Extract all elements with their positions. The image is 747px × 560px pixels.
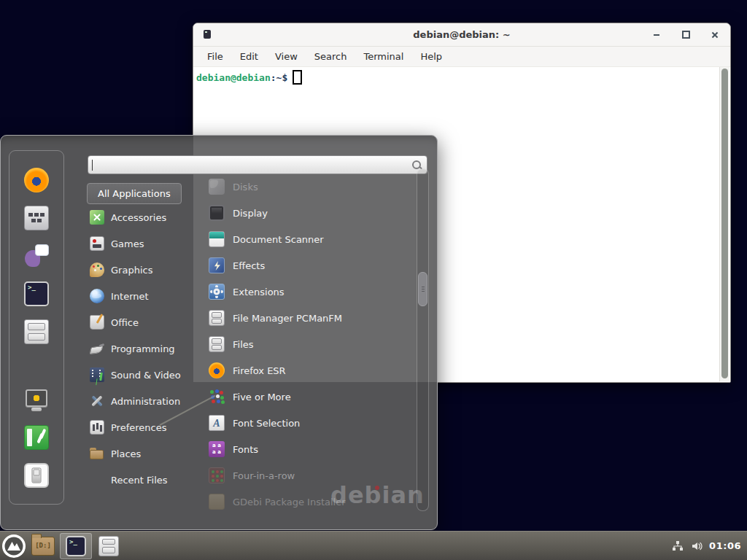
search-input[interactable] <box>88 156 411 174</box>
terminal-task-button[interactable] <box>60 533 92 559</box>
terminal-dark-icon <box>24 281 49 306</box>
favorite-package-manager[interactable] <box>24 199 49 237</box>
category-preferences[interactable]: Preferences <box>87 414 204 440</box>
packages-icon <box>24 206 49 230</box>
app-font-selection[interactable]: Font Selection <box>205 410 418 436</box>
favorite-shutdown[interactable] <box>24 456 49 494</box>
prompt-user: debian@debian <box>196 72 271 83</box>
app-fonts[interactable]: Fonts <box>205 436 418 462</box>
effects-icon <box>209 257 225 273</box>
favorite-lock-screen[interactable] <box>24 381 49 419</box>
category-programming[interactable]: Programming <box>87 335 204 362</box>
app-five-or-more[interactable]: Five or More <box>205 384 418 410</box>
disks-icon <box>209 179 225 195</box>
menu-button[interactable] <box>0 532 28 560</box>
minimize-button[interactable] <box>650 28 663 42</box>
favorite-terminal[interactable] <box>24 275 49 313</box>
terminal-cursor <box>293 70 302 85</box>
app-document-scanner[interactable]: Document Scanner <box>205 226 418 252</box>
programming-icon <box>90 341 104 356</box>
logout-icon <box>24 425 49 450</box>
menu-button-icon <box>1 534 26 559</box>
favorite-logout[interactable] <box>24 419 49 456</box>
terminal-scrollbar[interactable] <box>719 67 729 381</box>
administration-icon <box>90 394 104 408</box>
favorites-panel <box>9 150 64 505</box>
category-internet[interactable]: Internet <box>87 283 204 309</box>
volume-icon[interactable] <box>690 540 703 553</box>
close-button[interactable] <box>708 28 721 42</box>
app-file-manager-pcmanfm[interactable]: File Manager PCManFM <box>205 305 418 331</box>
category-list: Accessories Games Graphics Inter <box>87 204 204 493</box>
desktop[interactable]: debian@debian: ~ FileEditViewSearchTermi… <box>0 0 747 560</box>
extensions-icon <box>209 284 225 300</box>
accessories-icon <box>90 210 104 225</box>
scanner-icon <box>209 231 225 247</box>
app-gdebi-package-installer[interactable]: GDebi Package Installer <box>205 489 418 515</box>
category-sound-video[interactable]: Sound & Video <box>87 362 204 388</box>
app-four-in-a-row[interactable]: Four-in-a-row <box>205 462 418 489</box>
app-extensions[interactable]: Extensions <box>205 279 418 305</box>
prompt-suffix: :~$ <box>271 72 287 83</box>
graphics-icon <box>90 262 104 277</box>
file-cabinet-icon <box>98 536 119 556</box>
category-column: All Applications Accessories Games <box>87 183 204 493</box>
fonts-icon <box>209 441 225 457</box>
taskbar-left <box>0 532 124 560</box>
preferences-icon <box>90 420 104 435</box>
category-graphics[interactable]: Graphics <box>87 257 204 283</box>
firefox-icon <box>209 362 225 378</box>
menubar-item[interactable]: Terminal <box>363 51 403 62</box>
menubar-item[interactable]: View <box>275 51 298 62</box>
terminal-icon <box>66 536 86 556</box>
category-accessories[interactable]: Accessories <box>87 204 204 230</box>
favorite-firefox[interactable] <box>24 161 49 199</box>
category-recent-files[interactable]: Recent Files <box>87 467 204 493</box>
clock[interactable]: 01:06 <box>709 540 741 551</box>
search-bar <box>88 155 427 174</box>
blank-icon <box>90 472 104 487</box>
cabinet-icon <box>209 336 225 352</box>
menu-scrollbar[interactable] <box>417 168 429 511</box>
menubar-item[interactable]: File <box>207 51 223 62</box>
games-icon <box>90 236 104 251</box>
network-icon[interactable] <box>671 540 684 553</box>
app-list: Disks Display Document Scanner Effects <box>205 174 418 515</box>
app-disks[interactable]: Disks <box>205 174 418 200</box>
category-games[interactable]: Games <box>87 230 204 257</box>
terminal-window-icon[interactable] <box>204 30 211 39</box>
office-icon <box>90 315 104 330</box>
maximize-button[interactable] <box>679 28 692 42</box>
category-places[interactable]: Places <box>87 440 204 467</box>
fourrow-icon <box>209 467 225 483</box>
cabinet-icon <box>24 319 49 344</box>
app-files[interactable]: Files <box>205 331 418 357</box>
favorite-file-manager[interactable] <box>24 313 49 351</box>
terminal-titlebar[interactable]: debian@debian: ~ <box>193 23 730 47</box>
all-applications-button[interactable]: All Applications <box>87 183 182 204</box>
system-tray: 01:06 <box>671 532 747 560</box>
category-office[interactable]: Office <box>87 309 204 335</box>
taskbar: 01:06 <box>0 531 747 560</box>
screensaver-icon <box>24 387 49 412</box>
app-firefox-esr[interactable]: Firefox ESR <box>205 357 418 384</box>
app-display[interactable]: Display <box>205 200 418 226</box>
menubar-item[interactable]: Search <box>314 51 347 62</box>
files-launcher[interactable] <box>93 532 124 560</box>
menubar-item[interactable]: Edit <box>240 51 258 62</box>
folder-icon <box>31 537 55 556</box>
app-effects[interactable]: Effects <box>205 252 418 279</box>
menubar-item[interactable]: Help <box>420 51 442 62</box>
firefox-icon <box>24 168 49 192</box>
gdebi-icon <box>209 494 225 510</box>
soundvideo-icon <box>90 368 104 382</box>
menu-scrollbar-thumb[interactable] <box>418 272 427 306</box>
text-caret <box>92 160 93 171</box>
fontsel-icon <box>209 415 225 431</box>
display-icon <box>209 205 225 221</box>
favorite-pidgin-messenger[interactable] <box>24 237 49 275</box>
pidgin-icon <box>24 244 49 268</box>
terminal-scrollbar-thumb[interactable] <box>721 69 728 378</box>
file-manager-launcher[interactable] <box>28 532 58 560</box>
terminal-menubar: FileEditViewSearchTerminalHelp <box>193 47 730 67</box>
